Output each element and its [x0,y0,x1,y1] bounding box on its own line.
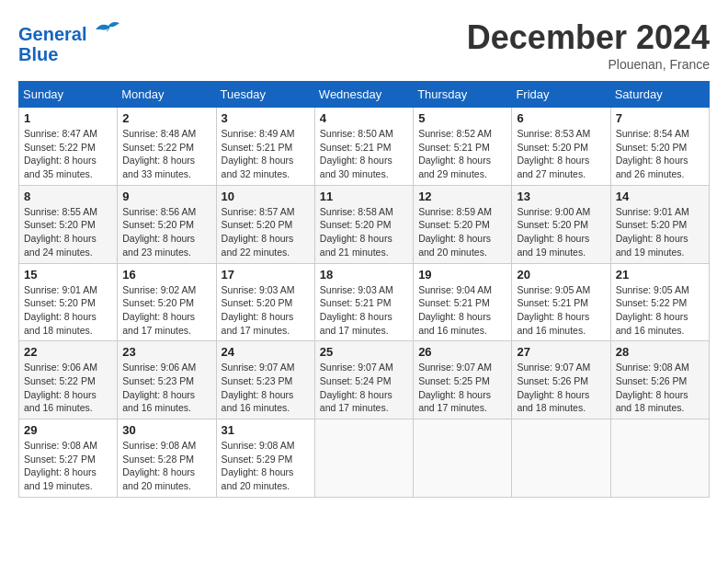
weekday-header-wednesday: Wednesday [314,82,413,108]
day-info: Sunrise: 9:00 AM Sunset: 5:20 PM Dayligh… [517,205,605,259]
calendar-day-cell [414,419,512,498]
day-info: Sunrise: 8:49 AM Sunset: 5:21 PM Dayligh… [222,127,310,181]
calendar-day-cell: 25Sunrise: 9:07 AM Sunset: 5:24 PM Dayli… [314,341,413,419]
calendar-week-row: 15Sunrise: 9:01 AM Sunset: 5:20 PM Dayli… [19,263,710,341]
day-info: Sunrise: 9:06 AM Sunset: 5:22 PM Dayligh… [24,361,112,415]
calendar-day-cell: 3Sunrise: 8:49 AM Sunset: 5:21 PM Daylig… [216,108,314,186]
day-number: 17 [222,268,310,282]
calendar-day-cell: 24Sunrise: 9:07 AM Sunset: 5:23 PM Dayli… [216,341,314,419]
calendar-day-cell: 29Sunrise: 9:08 AM Sunset: 5:27 PM Dayli… [19,419,118,498]
calendar-week-row: 22Sunrise: 9:06 AM Sunset: 5:22 PM Dayli… [19,341,710,419]
day-number: 20 [517,268,605,282]
day-info: Sunrise: 9:07 AM Sunset: 5:24 PM Dayligh… [320,361,408,415]
weekday-header-friday: Friday [512,82,610,108]
day-number: 29 [24,423,112,437]
day-info: Sunrise: 9:02 AM Sunset: 5:20 PM Dayligh… [122,283,210,338]
calendar-table: SundayMondayTuesdayWednesdayThursdayFrid… [18,81,710,498]
calendar-day-cell: 17Sunrise: 9:03 AM Sunset: 5:20 PM Dayli… [216,263,314,341]
calendar-day-cell: 27Sunrise: 9:07 AM Sunset: 5:26 PM Dayli… [512,341,610,419]
logo-general: General [18,24,86,44]
day-number: 6 [517,111,605,125]
day-info: Sunrise: 8:48 AM Sunset: 5:22 PM Dayligh… [122,127,210,181]
calendar-day-cell: 9Sunrise: 8:56 AM Sunset: 5:20 PM Daylig… [118,185,216,263]
calendar-day-cell: 8Sunrise: 8:55 AM Sunset: 5:20 PM Daylig… [19,185,118,263]
day-info: Sunrise: 8:56 AM Sunset: 5:20 PM Dayligh… [122,205,210,259]
day-info: Sunrise: 8:54 AM Sunset: 5:20 PM Dayligh… [616,127,704,181]
title-area: December 2024 Plouenan, France [467,18,710,72]
month-title: December 2024 [467,18,710,57]
logo-bird-icon [94,18,121,40]
day-info: Sunrise: 8:59 AM Sunset: 5:20 PM Dayligh… [418,205,506,259]
weekday-header-saturday: Saturday [610,82,709,108]
calendar-day-cell: 28Sunrise: 9:08 AM Sunset: 5:26 PM Dayli… [610,341,709,419]
calendar-week-row: 8Sunrise: 8:55 AM Sunset: 5:20 PM Daylig… [19,185,710,263]
day-number: 30 [122,423,210,437]
day-number: 5 [418,111,506,125]
day-number: 2 [122,111,210,125]
day-info: Sunrise: 9:01 AM Sunset: 5:20 PM Dayligh… [616,205,704,259]
day-info: Sunrise: 8:55 AM Sunset: 5:20 PM Dayligh… [24,205,112,259]
day-number: 7 [616,111,704,125]
day-number: 12 [418,190,506,203]
day-info: Sunrise: 9:04 AM Sunset: 5:21 PM Dayligh… [418,283,506,338]
day-info: Sunrise: 9:07 AM Sunset: 5:23 PM Dayligh… [222,361,310,415]
day-info: Sunrise: 8:53 AM Sunset: 5:20 PM Dayligh… [517,127,605,181]
calendar-day-cell: 1Sunrise: 8:47 AM Sunset: 5:22 PM Daylig… [19,108,118,186]
calendar-day-cell: 19Sunrise: 9:04 AM Sunset: 5:21 PM Dayli… [414,263,512,341]
calendar-week-row: 29Sunrise: 9:08 AM Sunset: 5:27 PM Dayli… [19,419,710,498]
calendar-day-cell [512,419,610,498]
page-header: General Blue December 2024 Plouenan, Fra… [18,18,710,72]
day-info: Sunrise: 9:06 AM Sunset: 5:23 PM Dayligh… [122,361,210,415]
day-info: Sunrise: 8:50 AM Sunset: 5:21 PM Dayligh… [320,127,408,181]
calendar-day-cell: 14Sunrise: 9:01 AM Sunset: 5:20 PM Dayli… [610,185,709,263]
day-number: 13 [517,190,605,203]
day-info: Sunrise: 9:01 AM Sunset: 5:20 PM Dayligh… [24,283,112,338]
day-number: 11 [320,190,408,203]
day-info: Sunrise: 9:08 AM Sunset: 5:29 PM Dayligh… [222,439,310,493]
day-info: Sunrise: 8:47 AM Sunset: 5:22 PM Dayligh… [24,127,112,181]
day-number: 21 [616,268,704,282]
day-number: 1 [24,111,112,125]
day-number: 22 [24,345,112,359]
day-info: Sunrise: 9:07 AM Sunset: 5:26 PM Dayligh… [517,361,605,415]
calendar-day-cell: 22Sunrise: 9:06 AM Sunset: 5:22 PM Dayli… [19,341,118,419]
calendar-day-cell [610,419,709,498]
calendar-day-cell: 6Sunrise: 8:53 AM Sunset: 5:20 PM Daylig… [512,108,610,186]
weekday-header-thursday: Thursday [414,82,512,108]
weekday-header-tuesday: Tuesday [216,82,314,108]
calendar-day-cell: 4Sunrise: 8:50 AM Sunset: 5:21 PM Daylig… [314,108,413,186]
day-number: 25 [320,345,408,359]
day-info: Sunrise: 9:03 AM Sunset: 5:20 PM Dayligh… [222,283,310,338]
day-number: 18 [320,268,408,282]
logo: General Blue [18,18,121,64]
calendar-day-cell: 30Sunrise: 9:08 AM Sunset: 5:28 PM Dayli… [118,419,216,498]
weekday-header-monday: Monday [118,82,216,108]
day-info: Sunrise: 9:05 AM Sunset: 5:21 PM Dayligh… [517,283,605,338]
day-number: 27 [517,345,605,359]
day-number: 10 [222,190,310,203]
calendar-day-cell: 2Sunrise: 8:48 AM Sunset: 5:22 PM Daylig… [118,108,216,186]
day-info: Sunrise: 8:52 AM Sunset: 5:21 PM Dayligh… [418,127,506,181]
day-number: 28 [616,345,704,359]
location-subtitle: Plouenan, France [467,57,710,72]
calendar-day-cell: 13Sunrise: 9:00 AM Sunset: 5:20 PM Dayli… [512,185,610,263]
day-number: 3 [222,111,310,125]
calendar-day-cell: 26Sunrise: 9:07 AM Sunset: 5:25 PM Dayli… [414,341,512,419]
calendar-day-cell: 23Sunrise: 9:06 AM Sunset: 5:23 PM Dayli… [118,341,216,419]
day-info: Sunrise: 8:58 AM Sunset: 5:20 PM Dayligh… [320,205,408,259]
logo-text: General [18,18,121,44]
weekday-header-sunday: Sunday [19,82,118,108]
day-info: Sunrise: 9:03 AM Sunset: 5:21 PM Dayligh… [320,283,408,338]
calendar-day-cell: 16Sunrise: 9:02 AM Sunset: 5:20 PM Dayli… [118,263,216,341]
logo-blue: Blue [18,44,121,64]
day-number: 9 [122,190,210,203]
day-number: 26 [418,345,506,359]
calendar-day-cell: 21Sunrise: 9:05 AM Sunset: 5:22 PM Dayli… [610,263,709,341]
calendar-day-cell: 10Sunrise: 8:57 AM Sunset: 5:20 PM Dayli… [216,185,314,263]
day-info: Sunrise: 9:07 AM Sunset: 5:25 PM Dayligh… [418,361,506,415]
day-number: 19 [418,268,506,282]
calendar-day-cell: 15Sunrise: 9:01 AM Sunset: 5:20 PM Dayli… [19,263,118,341]
day-number: 14 [616,190,704,203]
calendar-day-cell: 11Sunrise: 8:58 AM Sunset: 5:20 PM Dayli… [314,185,413,263]
day-number: 15 [24,268,112,282]
